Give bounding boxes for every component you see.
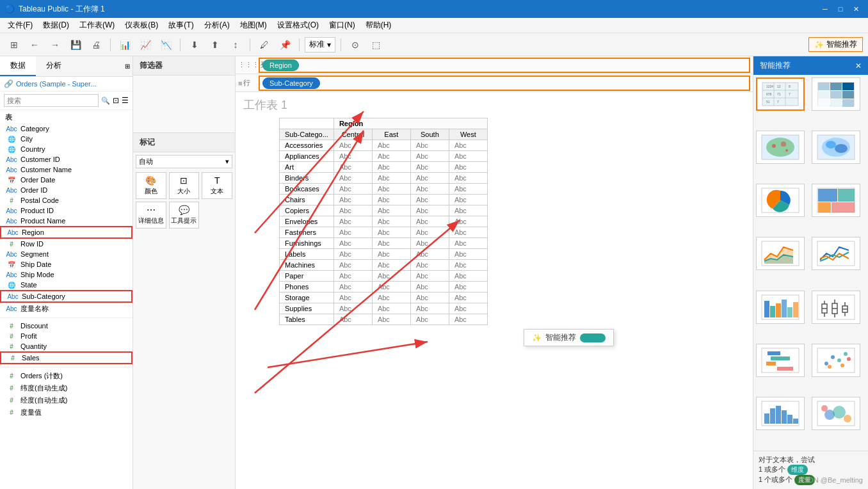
svg-rect-79	[764, 413, 769, 424]
menu-analysis[interactable]: 分析(A)	[199, 19, 235, 32]
menu-format[interactable]: 设置格式(O)	[272, 19, 324, 32]
chart-box-plot[interactable]	[812, 291, 860, 324]
field-divider	[0, 317, 133, 318]
field-orders-count[interactable]: # Orders (计数)	[0, 370, 133, 382]
chart-text-table[interactable]: 1234 12 8 678 71 7 51 7	[756, 77, 805, 111]
field-order-id[interactable]: Abc Order ID	[0, 185, 133, 195]
toolbar-sort3-btn[interactable]: ↕	[227, 36, 245, 54]
chart-area[interactable]	[756, 237, 805, 270]
chart-line[interactable]	[812, 237, 860, 270]
toolbar-chart3-btn[interactable]: 📉	[157, 36, 175, 54]
field-customer-name[interactable]: Abc Customer Name	[0, 164, 133, 175]
chart-map1[interactable]	[756, 131, 805, 164]
field-product-id[interactable]: Abc Product ID	[0, 205, 133, 216]
rows-area[interactable]: Sub-Category	[259, 76, 750, 91]
toolbar-back-btn[interactable]: ←	[26, 36, 44, 54]
field-segment[interactable]: Abc Segment	[0, 249, 133, 259]
toolbar-fix-btn[interactable]: ⊙	[346, 36, 364, 54]
toolbar-chart2-btn[interactable]: 📈	[136, 36, 154, 54]
smart-recommend-btn[interactable]: ✨ 智能推荐	[808, 37, 863, 52]
maximize-button[interactable]: □	[833, 3, 848, 15]
chart-treemap[interactable]	[812, 184, 860, 217]
menu-worksheet[interactable]: 工作表(W)	[74, 19, 120, 32]
menu-map[interactable]: 地图(M)	[235, 19, 272, 32]
sub-cat-cell: Copiers	[280, 205, 334, 216]
close-button[interactable]: ✕	[849, 3, 863, 15]
chart-thumb-svg	[761, 348, 800, 373]
chart-scatter[interactable]	[812, 344, 860, 377]
toolbar-forward-btn[interactable]: →	[46, 36, 64, 54]
toolbar-sort-btn[interactable]: ⬇	[186, 36, 204, 54]
minimize-button[interactable]: ─	[818, 3, 832, 15]
field-country[interactable]: 🌐 Country	[0, 144, 133, 154]
toolbar-print-btn[interactable]: 🖨	[87, 36, 105, 54]
field-type-icon: #	[5, 397, 18, 404]
field-type-icon: 📅	[5, 261, 18, 268]
field-postal-code[interactable]: # Postal Code	[0, 195, 133, 205]
field-profit[interactable]: # Profit	[0, 331, 133, 341]
expand-icon[interactable]: ⊞	[125, 63, 130, 70]
field-discount[interactable]: # Discount	[0, 321, 133, 331]
field-sub-category[interactable]: Abc Sub-Category	[0, 290, 133, 303]
table-row: StorageAbcAbcAbcAbc	[280, 293, 488, 303]
filter-icon[interactable]: ⊡	[113, 96, 119, 105]
field-longitude[interactable]: # 经度(自动生成)	[0, 394, 133, 406]
field-order-date[interactable]: 📅 Order Date	[0, 175, 133, 185]
toolbar-screen-btn[interactable]: ⬚	[367, 36, 385, 54]
field-measure-value[interactable]: # 度量值	[0, 406, 133, 419]
field-ship-date[interactable]: 📅 Ship Date	[0, 259, 133, 269]
menu-window[interactable]: 窗口(N)	[324, 19, 360, 32]
menu-file[interactable]: 文件(F)	[3, 19, 38, 32]
toolbar-annotate-btn[interactable]: 📌	[276, 36, 294, 54]
menu-data[interactable]: 数据(D)	[38, 19, 74, 32]
field-region[interactable]: Abc Region	[0, 226, 133, 239]
datasource-label[interactable]: Orders (Sample - Super...	[16, 80, 96, 88]
toolbar-save-btn[interactable]: 💾	[67, 36, 84, 54]
east-cell: Abc	[372, 282, 410, 293]
chart-bubble[interactable]	[812, 397, 860, 430]
toolbar-sort2-btn[interactable]: ⬆	[206, 36, 224, 54]
marks-detail-btn[interactable]: ⋯ 详细信息	[136, 202, 166, 228]
data-table: Region Sub-Catego... Central East South …	[279, 118, 488, 325]
marks-size-btn[interactable]: ⊡ 大小	[169, 172, 200, 199]
region-pill[interactable]: Region	[262, 60, 299, 71]
marks-tooltip-btn[interactable]: 💬 工具提示	[169, 202, 200, 228]
list-icon[interactable]: ☰	[122, 96, 129, 105]
chart-gantt[interactable]	[756, 344, 805, 377]
toolbar-highlight-btn[interactable]: 🖊	[255, 36, 273, 54]
field-quantity[interactable]: # Quantity	[0, 341, 133, 351]
cols-area[interactable]: Region	[259, 58, 750, 73]
toolbar-std-dropdown[interactable]: 标准 ▾	[305, 37, 335, 52]
tab-data[interactable]: 数据	[0, 56, 36, 76]
subcategory-pill[interactable]: Sub-Category	[262, 77, 320, 89]
marks-text-btn[interactable]: T 文本	[202, 172, 232, 199]
field-ship-mode[interactable]: Abc Ship Mode	[0, 269, 133, 280]
toolbar-chart-btn[interactable]: 📊	[116, 36, 134, 54]
marks-type-dropdown[interactable]: 自动 ▾	[136, 155, 232, 168]
field-product-name[interactable]: Abc Product Name	[0, 216, 133, 226]
east-cell: Abc	[372, 195, 410, 205]
toolbar-grid-btn[interactable]: ⊞	[5, 36, 23, 54]
field-category[interactable]: Abc Category	[0, 124, 133, 134]
chart-highlight-table[interactable]	[812, 77, 860, 111]
tab-analysis[interactable]: 分析	[36, 56, 72, 76]
chart-pie[interactable]	[756, 184, 805, 217]
tooltip-toggle[interactable]	[580, 333, 606, 342]
field-row-id[interactable]: # Row ID	[0, 239, 133, 249]
menu-story[interactable]: 故事(T)	[163, 19, 198, 32]
show-me-close[interactable]: ✕	[855, 61, 862, 70]
chart-histogram[interactable]	[756, 397, 805, 430]
field-type-icon: Abc	[5, 156, 18, 163]
field-state[interactable]: 🌐 State	[0, 280, 133, 290]
field-customer-id[interactable]: Abc Customer ID	[0, 154, 133, 164]
field-sales[interactable]: # Sales	[0, 351, 133, 364]
chart-map2[interactable]	[812, 131, 860, 164]
field-latitude[interactable]: # 纬度(自动生成)	[0, 382, 133, 394]
field-city[interactable]: 🌐 City	[0, 134, 133, 144]
menu-dashboard[interactable]: 仪表板(B)	[120, 19, 163, 32]
menu-help[interactable]: 帮助(H)	[360, 19, 397, 32]
search-input[interactable]	[4, 94, 99, 107]
chart-bar-dual[interactable]	[756, 291, 805, 324]
marks-color-btn[interactable]: 🎨 颜色	[136, 172, 166, 199]
field-measure-name[interactable]: Abc 度量名称	[0, 303, 133, 315]
